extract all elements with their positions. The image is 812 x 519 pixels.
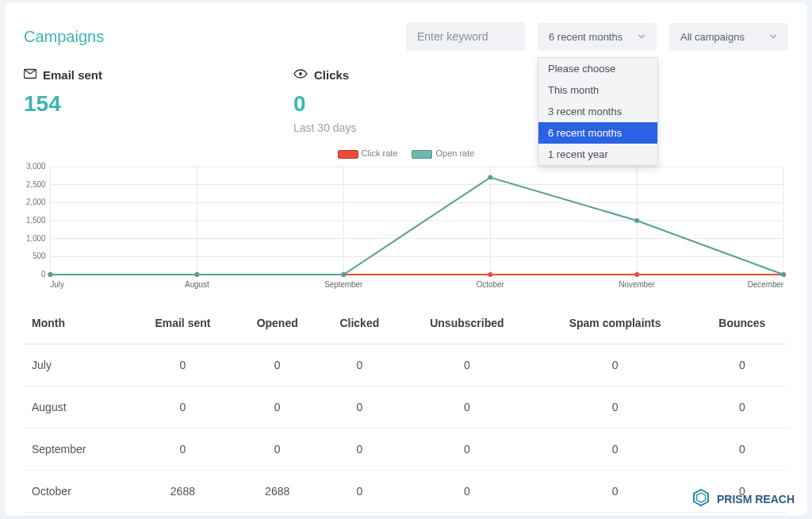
svg-point-37 [341, 272, 346, 277]
svg-text:2,500: 2,500 [26, 179, 46, 188]
stat-clicks-label: Clicks [293, 68, 515, 82]
svg-marker-41 [694, 490, 708, 506]
table-cell: 0 [534, 386, 696, 429]
svg-text:October: October [477, 280, 505, 289]
table-cell: 0 [130, 429, 236, 471]
svg-text:1,000: 1,000 [26, 233, 46, 242]
table-cell: 2688 [130, 471, 236, 513]
svg-text:500: 500 [33, 252, 46, 260]
table-cell: 0 [534, 344, 696, 386]
svg-text:0: 0 [41, 270, 46, 279]
stat-email-sent-value: 154 [24, 91, 246, 117]
svg-point-39 [634, 218, 639, 223]
chevron-down-icon [769, 33, 777, 40]
table-header: Month [24, 302, 130, 344]
square-icon [338, 150, 358, 159]
eye-icon [293, 68, 308, 82]
svg-text:September: September [324, 280, 363, 289]
table-cell: 0 [236, 429, 319, 471]
brand-badge: PRISM REACH [691, 488, 795, 509]
chart: Click rate Open rate 05001,0001,5002,000… [24, 148, 788, 291]
table-body: July000000August000000September000000Oct… [24, 344, 788, 513]
svg-text:1,500: 1,500 [26, 216, 46, 225]
svg-point-35 [48, 272, 52, 277]
table-cell: 0 [696, 344, 788, 386]
square-icon [412, 150, 432, 159]
chart-svg: 05001,0001,5002,0002,5003,000JulyAugustS… [24, 162, 788, 289]
table-cell: 0 [319, 429, 400, 471]
envelope-icon [24, 68, 36, 82]
stat-clicks-value: 0 [293, 91, 515, 117]
table-cell: August [24, 386, 130, 429]
stat-clicks: Clicks 0 Last 30 days [293, 68, 515, 134]
table-cell: 0 [319, 386, 400, 429]
table-cell: 0 [400, 471, 534, 513]
stat-email-sent: Email sent 154 [24, 68, 246, 134]
table-row: August000000 [24, 386, 788, 429]
period-dropdown[interactable]: Please chooseThis month3 recent months6 … [538, 57, 658, 166]
campaign-select-value: All campaigns [680, 31, 745, 43]
table-cell: 0 [400, 344, 534, 386]
table-cell: 0 [400, 429, 534, 471]
svg-point-32 [488, 272, 492, 277]
table-cell: 0 [236, 386, 319, 429]
period-option[interactable]: 3 recent months [538, 101, 657, 122]
svg-text:December: December [748, 280, 784, 289]
table-cell: 0 [534, 429, 696, 471]
chevron-down-icon [638, 33, 645, 40]
svg-text:July: July [50, 280, 64, 289]
table-header: Unsubscribed [400, 302, 534, 344]
table-cell: October [24, 471, 130, 513]
filters: 6 recent months All campaigns Please cho… [406, 22, 788, 51]
table-cell: 2688 [236, 471, 319, 513]
brand-text: PRISM REACH [717, 493, 795, 506]
table-cell: 0 [236, 344, 319, 386]
period-option[interactable]: This month [538, 79, 657, 101]
svg-text:August: August [185, 280, 209, 289]
table-cell: 0 [696, 429, 788, 471]
table-header: Email sent [130, 302, 236, 344]
svg-text:3,000: 3,000 [26, 162, 46, 171]
page-title: Campaigns [24, 28, 104, 46]
search-input[interactable] [406, 22, 525, 51]
table-cell: 0 [534, 471, 696, 513]
campaigns-card: Campaigns 6 recent months All campaigns … [5, 3, 807, 516]
legend-click-rate: Click rate [338, 148, 398, 159]
table-header: Bounces [696, 302, 788, 344]
header-row: Campaigns 6 recent months All campaigns … [24, 22, 788, 51]
table-header: Spam complaints [534, 302, 696, 344]
svg-point-36 [194, 272, 199, 277]
svg-marker-42 [696, 493, 705, 502]
period-option[interactable]: Please choose [538, 58, 657, 79]
table-cell: September [24, 429, 130, 471]
chart-legend: Click rate Open rate [24, 148, 788, 159]
table-cell: 0 [130, 386, 236, 429]
period-option[interactable]: 1 recent year [538, 144, 657, 165]
stat-email-sent-label: Email sent [24, 68, 246, 82]
svg-point-33 [634, 272, 639, 277]
table-header: Clicked [319, 302, 400, 344]
period-select[interactable]: 6 recent months [538, 23, 657, 51]
period-option[interactable]: 6 recent months [538, 122, 657, 144]
svg-point-1 [299, 72, 302, 75]
stat-email-sent-text: Email sent [43, 68, 102, 82]
stats-table: MonthEmail sentOpenedClickedUnsubscribed… [24, 302, 788, 513]
table-cell: 0 [696, 386, 788, 429]
table-row: October268826880000 [24, 471, 788, 513]
legend-open-rate: Open rate [412, 148, 474, 159]
table-cell: 0 [319, 344, 400, 386]
period-select-value: 6 recent months [549, 31, 622, 43]
table-row: July000000 [24, 344, 788, 386]
svg-point-38 [488, 175, 492, 179]
svg-point-40 [781, 272, 786, 277]
table-header: Opened [236, 302, 319, 344]
campaign-select[interactable]: All campaigns [669, 23, 788, 51]
table-header-row: MonthEmail sentOpenedClickedUnsubscribed… [24, 302, 788, 344]
hexagon-icon [691, 488, 710, 509]
svg-text:November: November [619, 280, 656, 289]
table-cell: 0 [130, 344, 236, 386]
table-cell: 0 [319, 471, 400, 513]
stats-row: Email sent 154 Clicks 0 Last 30 days [24, 68, 788, 134]
table-row: September000000 [24, 429, 788, 471]
table-cell: 0 [400, 386, 534, 429]
